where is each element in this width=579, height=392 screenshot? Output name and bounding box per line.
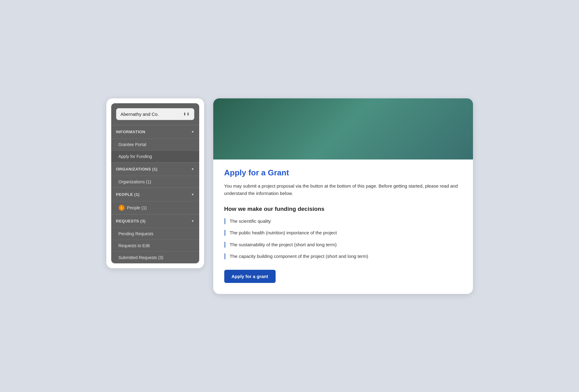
svg-rect-2: [251, 104, 435, 144]
apply-for-grant-button[interactable]: Apply for a grant: [224, 270, 276, 283]
sidebar-item-label-pending-requests: Pending Requests: [119, 231, 153, 236]
sidebar-item-submitted-requests[interactable]: Submitted Requests (3): [111, 251, 199, 263]
svg-point-16: [319, 109, 331, 117]
criteria-text-0: The scientific quality: [230, 218, 271, 225]
svg-rect-23: [361, 122, 368, 131]
svg-rect-28: [390, 124, 397, 134]
sidebar-section-label-organizations: ORGANIZATIONS (1): [116, 167, 158, 171]
sidebar-section-people: PEOPLE (1) ▼ 1 People (1): [111, 188, 199, 214]
svg-point-14: [317, 117, 332, 134]
sidebar-section-label-requests: REQUESTS (3): [116, 219, 146, 223]
svg-point-3: [260, 119, 273, 135]
svg-point-24: [379, 117, 393, 133]
sidebar-section-label-information: INFORMATION: [116, 130, 145, 134]
sidebar-section-header-information[interactable]: INFORMATION ▼: [111, 125, 199, 138]
sidebar-item-grantee-portal[interactable]: Grantee Portal: [111, 138, 199, 150]
hero-image: [213, 98, 473, 159]
chevron-down-icon-people: ▼: [191, 193, 194, 196]
svg-rect-0: [236, 98, 450, 159]
criteria-item-2: The sustainability of the project (short…: [224, 241, 462, 248]
sidebar-item-requests-to-edit[interactable]: Requests to Edit: [111, 240, 199, 251]
svg-point-25: [381, 111, 391, 122]
svg-point-6: [258, 113, 264, 126]
page-title: Apply for a Grant: [224, 168, 462, 178]
sidebar-section-requests: REQUESTS (3) ▼ Pending Requests Requests…: [111, 214, 199, 263]
svg-point-4: [261, 112, 272, 124]
org-selector[interactable]: Abernathy and Co. ⬆⬇: [116, 108, 194, 120]
sidebar-section-organizations: ORGANIZATIONS (1) ▼ Organizations (1): [111, 162, 199, 188]
org-selector-text: Abernathy and Co.: [121, 112, 159, 117]
sidebar-item-pending-requests[interactable]: Pending Requests: [111, 228, 199, 240]
svg-point-21: [349, 105, 362, 115]
svg-point-20: [349, 108, 361, 121]
svg-rect-8: [271, 126, 277, 136]
sidebar-item-label-organizations: Organizations (1): [119, 179, 151, 184]
sidebar-section-header-people[interactable]: PEOPLE (1) ▼: [111, 188, 199, 201]
sidebar-item-organizations[interactable]: Organizations (1): [111, 176, 199, 188]
sidebar-item-label-requests-to-edit: Requests to Edit: [119, 243, 150, 248]
hero-svg: [213, 98, 473, 159]
svg-rect-22: [349, 120, 361, 137]
sidebar-section-header-organizations[interactable]: ORGANIZATIONS (1) ▼: [111, 163, 199, 176]
svg-point-19: [348, 114, 363, 131]
criteria-text-1: The public health (nutrition) importance…: [230, 229, 337, 236]
svg-rect-12: [289, 124, 300, 137]
svg-rect-18: [329, 124, 336, 134]
sidebar-section-label-people: PEOPLE (1): [116, 192, 140, 197]
sidebar-item-label-apply-for-funding: Apply for Funding: [119, 154, 152, 159]
svg-rect-34: [414, 117, 417, 119]
sidebar-item-label-submitted-requests: Submitted Requests (3): [119, 255, 163, 260]
criteria-list: The scientific quality The public health…: [224, 218, 462, 260]
criteria-item-3: The capacity building component of the p…: [224, 253, 462, 260]
intro-text: You may submit a project proposal via th…: [224, 182, 462, 197]
main-card: Apply for a Grant You may submit a proje…: [213, 98, 473, 294]
svg-point-31: [408, 111, 419, 119]
chevron-down-icon-organizations: ▼: [191, 167, 194, 171]
sidebar-section-header-requests[interactable]: REQUESTS (3) ▼: [111, 214, 199, 228]
sidebar-section-information: INFORMATION ▼ Grantee Portal Apply for F…: [111, 125, 199, 162]
svg-point-26: [380, 109, 392, 117]
criteria-text-2: The sustainability of the project (short…: [230, 241, 337, 248]
sidebar-card: Abernathy and Co. ⬆⬇ INFORMATION ▼ Grant…: [106, 98, 204, 268]
people-badge: 1: [119, 205, 125, 211]
org-selector-arrows: ⬆⬇: [183, 112, 190, 116]
criteria-item-1: The public health (nutrition) importance…: [224, 229, 462, 236]
svg-point-9: [288, 118, 301, 134]
chevron-down-icon-requests: ▼: [191, 219, 194, 223]
content-area: Apply for a Grant You may submit a proje…: [213, 159, 473, 294]
svg-rect-33: [410, 117, 413, 119]
svg-rect-13: [299, 124, 305, 134]
svg-rect-27: [380, 123, 391, 137]
criteria-item-0: The scientific quality: [224, 218, 462, 225]
svg-rect-17: [319, 123, 330, 138]
svg-point-30: [409, 113, 418, 124]
funding-decisions-heading: How we make our funding decisions: [224, 206, 462, 212]
sidebar-item-label-people: People (1): [127, 205, 147, 210]
criteria-text-3: The capacity building component of the p…: [230, 253, 368, 260]
sidebar-item-label-grantee-portal: Grantee Portal: [119, 142, 146, 147]
sidebar-item-people[interactable]: 1 People (1): [111, 201, 199, 214]
svg-point-10: [289, 112, 299, 123]
chevron-down-icon-information: ▼: [191, 130, 194, 134]
svg-point-15: [319, 111, 330, 123]
svg-point-29: [407, 119, 420, 134]
screen-wrapper: Abernathy and Co. ⬆⬇ INFORMATION ▼ Grant…: [106, 98, 473, 294]
svg-point-11: [289, 110, 300, 117]
svg-point-5: [261, 110, 273, 121]
sidebar-body: INFORMATION ▼ Grantee Portal Apply for F…: [111, 125, 199, 263]
svg-rect-7: [261, 125, 272, 137]
sidebar-inner: Abernathy and Co. ⬆⬇ INFORMATION ▼ Grant…: [111, 103, 199, 263]
svg-rect-32: [408, 124, 419, 138]
sidebar-item-apply-for-funding[interactable]: Apply for Funding: [111, 150, 199, 162]
svg-rect-1: [236, 98, 450, 159]
